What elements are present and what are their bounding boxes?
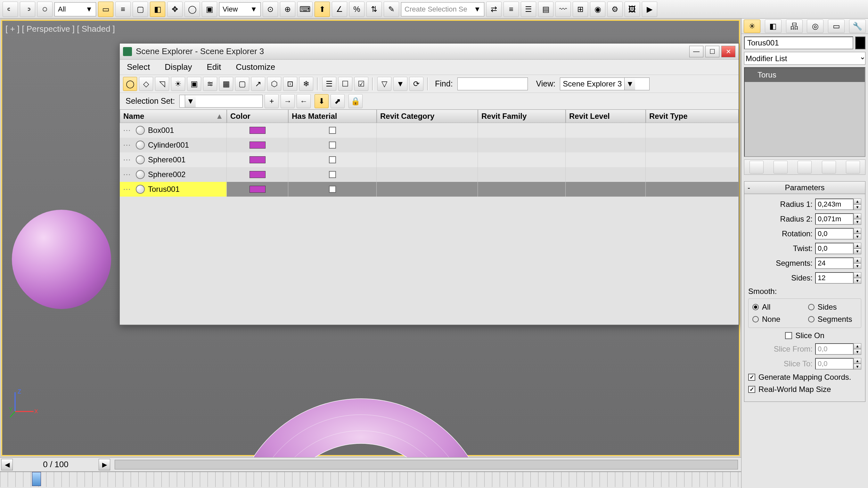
manipulate-icon[interactable]: ⊕ xyxy=(280,2,295,17)
layer-explorer-icon[interactable]: ▤ xyxy=(538,2,554,17)
display-cameras-icon[interactable]: ▣ xyxy=(187,77,201,91)
col-revit-category[interactable]: Revit Category xyxy=(377,109,478,123)
render-setup-icon[interactable]: ⚙ xyxy=(607,2,623,17)
table-row[interactable]: ⋯Cylinder001 xyxy=(120,138,739,153)
col-revit-type[interactable]: Revit Type xyxy=(646,109,739,123)
stack-item-torus[interactable]: Torus xyxy=(745,68,865,82)
segments-input[interactable] xyxy=(815,257,854,269)
display-spacewarps-icon[interactable]: ▦ xyxy=(219,77,233,91)
tab-create[interactable]: ✳ xyxy=(744,20,761,33)
timeline-ruler[interactable] xyxy=(0,472,741,487)
twist-input[interactable] xyxy=(815,243,854,254)
named-selection-dropdown[interactable]: Create Selection Se▼ xyxy=(401,2,484,16)
render-icon[interactable]: ▶ xyxy=(642,2,657,17)
select-by-name-icon[interactable]: ≡ xyxy=(115,2,131,17)
close-button[interactable]: ✕ xyxy=(721,46,735,57)
make-unique-icon[interactable] xyxy=(798,161,812,173)
move-icon[interactable]: ✥ xyxy=(167,2,183,17)
cell-has-material[interactable] xyxy=(288,153,377,167)
selection-set-dropdown[interactable]: ▼ xyxy=(179,95,262,107)
mirror-icon[interactable]: ⇄ xyxy=(486,2,502,17)
cell-has-material[interactable] xyxy=(288,123,377,138)
tab-hierarchy[interactable]: 品 xyxy=(786,20,803,33)
select-children-icon[interactable]: ⬇ xyxy=(314,94,329,108)
timeline-right-button[interactable]: ▶ xyxy=(99,459,110,470)
smooth-sides-radio[interactable]: Sides xyxy=(808,302,858,312)
cell-has-material[interactable] xyxy=(288,167,377,182)
grid-body[interactable]: ⋯Box001 ⋯Cylinder001 ⋯Sphere001 ⋯Sphere0… xyxy=(120,123,739,325)
timeline-thumb[interactable] xyxy=(32,472,41,486)
radius2-input[interactable] xyxy=(815,213,854,225)
slice-on-checkbox[interactable]: Slice On xyxy=(748,331,861,340)
real-world-checkbox[interactable]: ✓Real-World Map Size xyxy=(748,385,861,394)
pin-stack-icon[interactable] xyxy=(749,161,764,173)
display-helpers-icon[interactable]: ≋ xyxy=(203,77,217,91)
menu-customize[interactable]: Customize xyxy=(236,62,275,72)
tab-modify[interactable]: ◧ xyxy=(765,20,781,33)
object-color-swatch[interactable] xyxy=(855,36,865,49)
select-dependents-icon[interactable]: ⬈ xyxy=(331,94,345,108)
rectangular-region-icon[interactable]: ▢ xyxy=(133,2,148,17)
display-lights-icon[interactable]: ☀ xyxy=(171,77,185,91)
tab-motion[interactable]: ◎ xyxy=(807,20,824,33)
display-containers-icon[interactable]: ⊡ xyxy=(283,77,297,91)
table-row[interactable]: ⋯Box001 xyxy=(120,123,739,138)
col-has-material[interactable]: Has Material xyxy=(288,109,377,123)
viewport-label[interactable]: [ + ] [ Perspective ] [ Shaded ] xyxy=(5,24,115,34)
curve-editor-icon[interactable]: 〰 xyxy=(555,2,571,17)
filter-icon[interactable]: ▽ xyxy=(377,77,392,91)
smooth-none-radio[interactable]: None xyxy=(752,315,802,324)
percent-snap-icon[interactable]: % xyxy=(349,2,365,17)
modifier-stack[interactable]: Torus xyxy=(744,67,865,157)
schematic-icon[interactable]: ⊞ xyxy=(573,2,588,17)
selset-new-icon[interactable]: + xyxy=(265,94,279,108)
table-row[interactable]: ⋯Sphere002 xyxy=(120,167,739,182)
remove-modifier-icon[interactable] xyxy=(822,161,836,173)
tab-display[interactable]: ▭ xyxy=(828,20,845,33)
show-end-result-icon[interactable] xyxy=(774,161,787,173)
col-revit-level[interactable]: Revit Level xyxy=(566,109,646,123)
view-list-icon[interactable]: ☰ xyxy=(322,77,336,91)
menu-edit[interactable]: Edit xyxy=(207,62,221,72)
view-checked-icon[interactable]: ☑ xyxy=(354,77,368,91)
align-icon[interactable]: ≡ xyxy=(503,2,519,17)
table-row[interactable]: ⋯Torus001 xyxy=(120,182,739,197)
display-shapes-icon[interactable]: ◹ xyxy=(155,77,169,91)
display-frozen-icon[interactable]: ❄ xyxy=(299,77,313,91)
menu-display[interactable]: Display xyxy=(165,62,192,72)
col-revit-family[interactable]: Revit Family xyxy=(478,109,566,123)
timeline-left-button[interactable]: ◀ xyxy=(1,459,13,470)
material-editor-icon[interactable]: ◉ xyxy=(590,2,606,17)
display-groups-icon[interactable]: ▢ xyxy=(235,77,249,91)
col-color[interactable]: Color xyxy=(227,109,288,123)
chevron-down-icon[interactable]: ▼ xyxy=(624,78,635,90)
timeline-track[interactable] xyxy=(115,460,738,469)
cell-color[interactable] xyxy=(227,123,288,138)
minimize-button[interactable]: — xyxy=(689,46,703,57)
table-row[interactable]: ⋯Sphere001 xyxy=(120,153,739,167)
object-name-input[interactable] xyxy=(744,36,853,49)
display-geometry-icon[interactable]: ◇ xyxy=(139,77,153,91)
cell-color[interactable] xyxy=(227,182,288,197)
pivot-icon[interactable]: ⊙ xyxy=(262,2,278,17)
rotate-icon[interactable]: ◯ xyxy=(185,2,200,17)
keyboard-shortcut-icon[interactable]: ⌨ xyxy=(297,2,313,17)
cell-has-material[interactable] xyxy=(288,138,377,153)
view-checkbox-icon[interactable]: ☐ xyxy=(338,77,352,91)
display-all-icon[interactable]: ◯ xyxy=(123,77,137,91)
ref-coord-dropdown[interactable]: View▼ xyxy=(219,2,261,16)
bind-icon[interactable] xyxy=(37,2,53,17)
maximize-button[interactable]: ☐ xyxy=(705,46,719,57)
radius1-input[interactable] xyxy=(815,198,854,210)
smooth-all-radio[interactable]: All xyxy=(752,302,802,312)
angle-snap-icon[interactable]: ∠ xyxy=(332,2,347,17)
lock-icon[interactable]: 🔒 xyxy=(348,94,363,108)
parameters-rollout-header[interactable]: Parameters xyxy=(744,181,865,194)
window-crossing-icon[interactable]: ◧ xyxy=(150,2,165,17)
spinner-down-icon[interactable]: ▼ xyxy=(854,204,861,210)
view-dropdown[interactable]: Scene Explorer 3 ▼ xyxy=(560,77,650,90)
selset-remove-icon[interactable]: ← xyxy=(297,94,311,108)
sync-selection-icon[interactable]: ⟳ xyxy=(409,77,424,91)
render-frame-icon[interactable]: 🖼 xyxy=(625,2,640,17)
display-xrefs-icon[interactable]: ↗ xyxy=(251,77,265,91)
